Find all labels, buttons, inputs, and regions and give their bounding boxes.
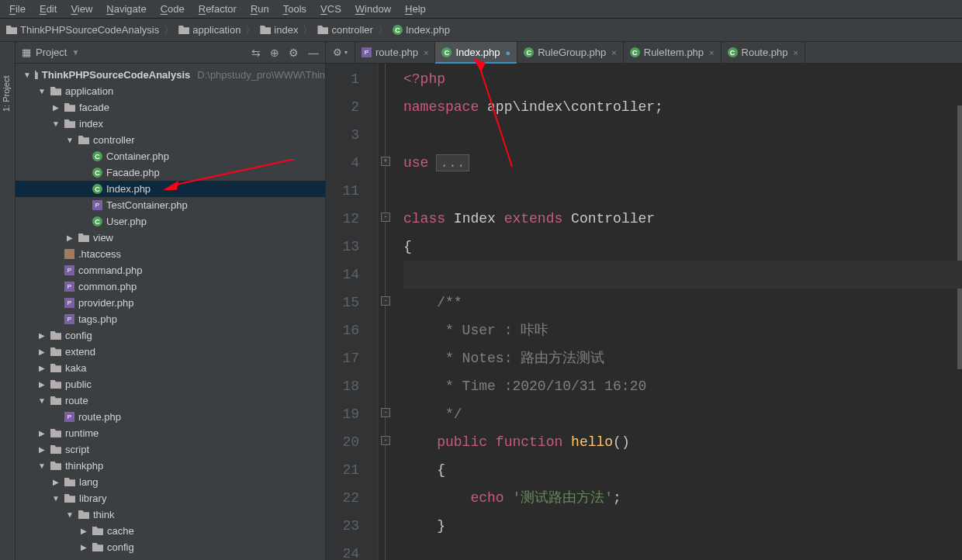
tree-item-testcontainer-php[interactable]: PTestContainer.php [16, 197, 325, 213]
tree-item-index-php[interactable]: CIndex.php [16, 181, 325, 197]
tree-item-lang[interactable]: ▶lang [16, 474, 325, 490]
tree-item-public[interactable]: ▶public [16, 376, 325, 392]
tree-item-common-php[interactable]: Pcommon.php [16, 278, 325, 295]
fold-toggle-icon[interactable]: - [381, 436, 390, 445]
menu-file[interactable]: File [3, 2, 32, 16]
class-icon: C [393, 25, 403, 35]
code-line[interactable]: * Time :2020/10/31 16:20 [403, 372, 962, 400]
folder-icon [92, 527, 103, 535]
dirty-indicator-icon[interactable]: ● [505, 48, 510, 57]
tree-root[interactable]: ▼ThinkPHPSourceCodeAnalysisD:\phpstudy_p… [16, 67, 325, 83]
code-line[interactable]: <?php [403, 65, 962, 93]
line-number: 24 [326, 540, 359, 560]
tree-item-route[interactable]: ▼route [16, 392, 325, 409]
tree-item-view[interactable]: ▶view [16, 230, 325, 246]
code-line[interactable] [403, 177, 962, 205]
project-tool-tab-label: 1: Project [2, 76, 11, 112]
menu-vcs[interactable]: VCS [314, 2, 348, 16]
code-editor[interactable]: 12341112131415161718192021222324 +---- <… [326, 64, 962, 560]
project-panel-title: Project [36, 47, 67, 58]
folder-icon [35, 71, 38, 79]
code-line[interactable]: use ... [403, 149, 962, 177]
tree-item-command-php[interactable]: Pcommand.php [16, 262, 325, 278]
code-line[interactable]: * User : 咔咔 [403, 316, 962, 344]
tree-item-controller[interactable]: ▼controller [16, 132, 325, 148]
code-line[interactable]: */ [403, 400, 962, 428]
code-line[interactable]: { [403, 456, 962, 484]
tree-item-think[interactable]: ▼think [16, 506, 325, 523]
editor-tab-route-php[interactable]: Proute.php× [355, 42, 435, 63]
tree-item-application[interactable]: ▼application [16, 83, 325, 99]
code-line[interactable]: class Index extends Controller [403, 205, 962, 233]
project-panel-action-3[interactable]: — [308, 47, 319, 59]
close-tab-icon[interactable]: × [611, 48, 616, 57]
tree-item-config[interactable]: ▶config [16, 539, 325, 555]
menu-view[interactable]: View [64, 2, 99, 16]
code-line[interactable]: namespace app\index\controller; [403, 93, 962, 121]
project-tree[interactable]: ▼ThinkPHPSourceCodeAnalysisD:\phpstudy_p… [16, 64, 325, 560]
code-line[interactable]: /** [403, 289, 962, 316]
fold-toggle-icon[interactable]: - [381, 296, 390, 306]
class-icon: C [92, 184, 102, 194]
close-tab-icon[interactable]: × [424, 48, 428, 57]
menu-code[interactable]: Code [154, 2, 191, 16]
close-tab-icon[interactable]: × [794, 48, 798, 57]
tree-item-config[interactable]: ▶config [16, 327, 325, 344]
tree-item-route-php[interactable]: Proute.php [16, 409, 325, 425]
class-icon: C [441, 47, 452, 57]
code-line[interactable]: public function hello() [403, 428, 962, 456]
tree-item-script[interactable]: ▶script [16, 441, 325, 458]
tree-item-container-php[interactable]: CContainer.php [16, 148, 325, 164]
editor-tab-rulegroup-php[interactable]: CRuleGroup.php× [517, 42, 624, 63]
fold-column[interactable]: +---- [379, 64, 393, 560]
tree-item-facade-php[interactable]: CFacade.php [16, 164, 325, 181]
editor-tab-index-php[interactable]: CIndex.php● [435, 42, 517, 63]
tree-item-kaka[interactable]: ▶kaka [16, 360, 325, 376]
project-panel-action-0[interactable]: ⇆ [251, 47, 261, 59]
fold-toggle-icon[interactable]: - [381, 408, 390, 417]
code-line[interactable] [403, 540, 962, 560]
project-panel-action-1[interactable]: ⊕ [270, 47, 279, 59]
tree-item-runtime[interactable]: ▶runtime [16, 425, 325, 441]
project-panel-actions: ⇆⊕⚙— [251, 47, 319, 59]
code-line[interactable]: { [403, 233, 962, 261]
tree-item-label: provider.php [78, 297, 134, 309]
tabs-gear-button[interactable]: ⚙ ▾ [326, 42, 355, 63]
tree-item-thinkphp[interactable]: ▼thinkphp [16, 458, 325, 474]
fold-toggle-icon[interactable]: - [381, 213, 390, 222]
tree-item-user-php[interactable]: CUser.php [16, 213, 325, 230]
menu-refactor[interactable]: Refactor [192, 2, 243, 16]
menu-window[interactable]: Window [349, 2, 397, 16]
project-panel-action-2[interactable]: ⚙ [289, 47, 299, 59]
tree-item-index[interactable]: ▼index [16, 116, 325, 132]
folder-icon [50, 331, 61, 340]
menu-help[interactable]: Help [399, 2, 432, 16]
menu-navigate[interactable]: Navigate [100, 2, 152, 16]
project-tool-tab[interactable]: 1: Project [2, 76, 11, 112]
tree-item--htaccess[interactable]: .htaccess [16, 246, 325, 262]
code-line[interactable]: } [403, 512, 962, 540]
menu-tools[interactable]: Tools [277, 2, 313, 16]
folder-icon [78, 510, 89, 519]
fold-toggle-icon[interactable]: + [381, 157, 390, 166]
code-line[interactable] [403, 121, 962, 149]
code-line[interactable]: echo '测试路由方法'; [403, 484, 962, 512]
breadcrumb[interactable]: ThinkPHPSourceCodeAnalysis〉application〉i… [6, 23, 450, 37]
tree-item-library[interactable]: ▼library [16, 490, 325, 506]
tree-item-provider-php[interactable]: Pprovider.php [16, 295, 325, 311]
tree-item-cache[interactable]: ▶cache [16, 523, 325, 539]
code-line[interactable] [403, 261, 962, 289]
tree-item-tags-php[interactable]: Ptags.php [16, 311, 325, 327]
code-line[interactable]: * Notes: 路由方法测试 [403, 344, 962, 372]
tree-item-facade[interactable]: ▶facade [16, 99, 325, 116]
tree-item-extend[interactable]: ▶extend [16, 344, 325, 360]
menu-run[interactable]: Run [244, 2, 275, 16]
close-tab-icon[interactable]: × [709, 48, 714, 57]
tree-item-label: library [79, 493, 106, 504]
chevron-down-icon[interactable]: ▼ [71, 48, 79, 57]
menu-edit[interactable]: Edit [33, 2, 63, 16]
editor-tab-route-php[interactable]: CRoute.php× [722, 42, 805, 63]
tree-item-label: User.php [106, 216, 147, 227]
editor-tab-ruleitem-php[interactable]: CRuleItem.php× [624, 42, 722, 63]
code-body[interactable]: <?phpnamespace app\index\controller; use… [393, 64, 962, 560]
